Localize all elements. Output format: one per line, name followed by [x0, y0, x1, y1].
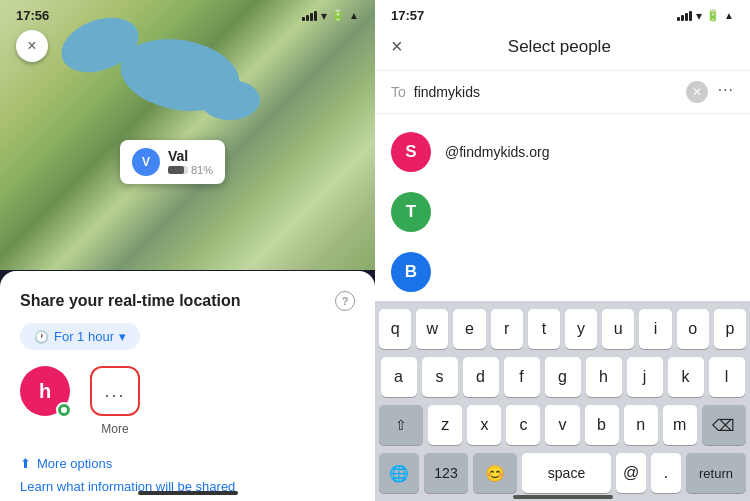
status-icons-left: ▾ 🔋 ▲ — [302, 9, 359, 23]
keyboard-row-4: 🌐 123 😊 space @ . return — [379, 453, 746, 493]
wifi-icon: ▾ — [321, 9, 327, 23]
status-icons-right: ▾ 🔋 ▲ — [677, 9, 734, 23]
key-f[interactable]: f — [504, 357, 540, 397]
contacts-row: h ... More — [20, 366, 355, 436]
info-icon[interactable]: ? — [335, 291, 355, 311]
to-actions: ✕ ··· — [686, 81, 734, 103]
key-l[interactable]: l — [709, 357, 745, 397]
left-phone: 17:56 ▾ 🔋 ▲ × V Val 81% — [0, 0, 375, 501]
key-o[interactable]: o — [677, 309, 709, 349]
key-return[interactable]: return — [686, 453, 746, 493]
key-i[interactable]: i — [639, 309, 671, 349]
key-d[interactable]: d — [463, 357, 499, 397]
list-avatar-s: S — [391, 132, 431, 172]
key-k[interactable]: k — [668, 357, 704, 397]
key-shift[interactable]: ⇧ — [379, 405, 423, 445]
keyboard: q w e r t y u i o p a s d f g h j k l ⇧ … — [375, 301, 750, 501]
close-x-button[interactable]: × — [391, 35, 403, 58]
key-123[interactable]: 123 — [424, 453, 468, 493]
key-t[interactable]: t — [528, 309, 560, 349]
key-e[interactable]: e — [453, 309, 485, 349]
location-arrow-right: ▲ — [724, 10, 734, 21]
location-pin-badge — [56, 402, 72, 418]
key-w[interactable]: w — [416, 309, 448, 349]
header-title: Select people — [415, 37, 704, 57]
key-g[interactable]: g — [545, 357, 581, 397]
location-arrow-icon: ▲ — [349, 10, 359, 21]
list-item-s[interactable]: S @findmykids.org — [375, 122, 750, 182]
signal-icon-right — [677, 11, 692, 21]
status-bar-left: 17:56 ▾ 🔋 ▲ — [0, 8, 375, 23]
to-row: To findmykids ✕ ··· — [375, 71, 750, 114]
keyboard-row-3: ⇧ z x c v b n m ⌫ — [379, 405, 746, 445]
battery-info: 81% — [168, 164, 213, 176]
clear-button[interactable]: ✕ — [686, 81, 708, 103]
list-avatar-b: B — [391, 252, 431, 292]
right-phone: 17:57 ▾ 🔋 ▲ × Select people To findmykid… — [375, 0, 750, 501]
sheet-title: Share your real-time location ? — [20, 291, 355, 311]
key-j[interactable]: j — [627, 357, 663, 397]
more-label: More — [101, 422, 128, 436]
keyboard-row-1: q w e r t y u i o p — [379, 309, 746, 349]
list-avatar-t: T — [391, 192, 431, 232]
key-v[interactable]: v — [545, 405, 579, 445]
key-r[interactable]: r — [491, 309, 523, 349]
header-bar: × Select people — [375, 27, 750, 71]
key-m[interactable]: m — [663, 405, 697, 445]
key-period[interactable]: . — [651, 453, 681, 493]
map-background — [0, 0, 375, 270]
close-button[interactable]: × — [16, 30, 48, 62]
key-h[interactable]: h — [586, 357, 622, 397]
contact-item-h[interactable]: h — [20, 366, 70, 416]
key-z[interactable]: z — [428, 405, 462, 445]
chevron-down-icon: ▾ — [119, 329, 126, 344]
bottom-sheet: Share your real-time location ? 🕐 For 1 … — [0, 271, 375, 501]
key-y[interactable]: y — [565, 309, 597, 349]
to-input[interactable]: findmykids — [414, 84, 686, 100]
signal-icon — [302, 11, 317, 21]
list-name-s: @findmykids.org — [445, 144, 549, 160]
time-right: 17:57 — [391, 8, 424, 23]
user-avatar: V — [132, 148, 160, 176]
key-at[interactable]: @ — [616, 453, 646, 493]
more-options-link[interactable]: ⬆ More options — [20, 456, 355, 471]
more-button[interactable]: ... — [90, 366, 140, 416]
key-p[interactable]: p — [714, 309, 746, 349]
share-icon: ⬆ — [20, 456, 31, 471]
key-u[interactable]: u — [602, 309, 634, 349]
key-delete[interactable]: ⌫ — [702, 405, 746, 445]
wifi-icon-right: ▾ — [696, 9, 702, 23]
key-s[interactable]: s — [422, 357, 458, 397]
contact-avatar-h: h — [20, 366, 70, 416]
key-n[interactable]: n — [624, 405, 658, 445]
status-bar-right: 17:57 ▾ 🔋 ▲ — [375, 0, 750, 27]
battery-percent: 81% — [191, 164, 213, 176]
list-item-t[interactable]: T — [375, 182, 750, 242]
home-indicator-right — [513, 495, 613, 499]
contact-item-more[interactable]: ... More — [90, 366, 140, 436]
map-water-3 — [200, 80, 260, 120]
user-name: Val — [168, 148, 213, 164]
battery-icon: 🔋 — [331, 9, 345, 22]
location-card[interactable]: V Val 81% — [120, 140, 225, 184]
duration-button[interactable]: 🕐 For 1 hour ▾ — [20, 323, 140, 350]
key-a[interactable]: a — [381, 357, 417, 397]
keyboard-row-2: a s d f g h j k l — [379, 357, 746, 397]
key-emoji[interactable]: 😊 — [473, 453, 517, 493]
more-dots-button[interactable]: ··· — [718, 81, 734, 103]
key-space[interactable]: space — [522, 453, 611, 493]
to-label: To — [391, 84, 406, 100]
key-c[interactable]: c — [506, 405, 540, 445]
key-b[interactable]: b — [585, 405, 619, 445]
time-left: 17:56 — [16, 8, 49, 23]
key-q[interactable]: q — [379, 309, 411, 349]
home-indicator-left — [138, 491, 238, 495]
list-item-b[interactable]: B — [375, 242, 750, 302]
battery-icon-right: 🔋 — [706, 9, 720, 22]
key-globe[interactable]: 🌐 — [379, 453, 419, 493]
key-x[interactable]: x — [467, 405, 501, 445]
